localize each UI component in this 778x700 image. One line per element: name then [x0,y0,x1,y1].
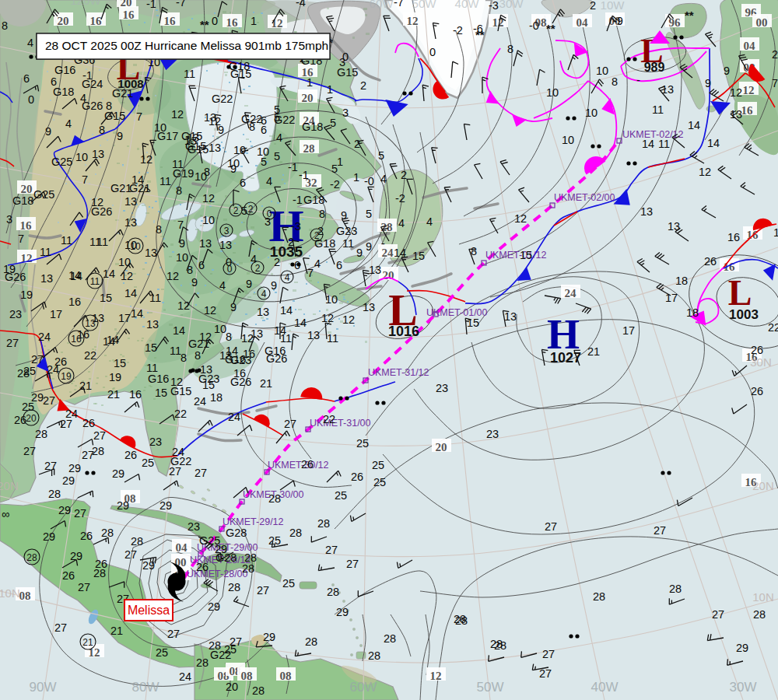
svg-text:2: 2 [248,204,254,215]
svg-text:28: 28 [244,551,257,564]
svg-text:30W: 30W [730,680,757,695]
svg-text:12: 12 [272,17,283,30]
svg-text:26: 26 [351,471,363,483]
svg-text:8: 8 [2,19,8,32]
svg-text:12: 12 [121,270,133,282]
svg-text:0: 0 [28,93,34,106]
svg-text:5: 5 [261,156,267,168]
svg-text:24: 24 [179,670,191,683]
svg-text:19: 19 [773,226,778,239]
svg-text:16: 16 [90,15,103,27]
svg-text:28: 28 [242,562,254,575]
svg-text:16: 16 [741,104,754,117]
svg-text:9: 9 [191,276,198,289]
svg-text:13: 13 [668,220,680,233]
svg-text:2: 2 [772,48,778,61]
svg-text:29: 29 [336,606,349,618]
svg-text:12: 12 [699,166,711,178]
svg-text:12: 12 [743,84,755,96]
svg-text:13: 13 [199,237,212,250]
svg-text:G18: G18 [302,121,323,133]
svg-text:6: 6 [261,124,267,136]
svg-text:30N: 30N [750,355,772,369]
svg-text:G26: G26 [230,376,251,388]
svg-text:90W: 90W [30,680,57,695]
svg-text:04: 04 [176,541,188,554]
svg-text:12: 12 [430,670,442,682]
svg-text:G25: G25 [199,534,220,547]
svg-text:-1: -1 [82,69,93,82]
svg-text:25: 25 [335,489,347,502]
svg-text:UKMET-02/00: UKMET-02/00 [554,192,615,203]
svg-text:25: 25 [142,457,154,469]
svg-text:12: 12 [202,192,215,205]
svg-text:16: 16 [164,15,177,27]
svg-text:10N: 10N [0,586,20,600]
svg-text:10N: 10N [752,590,774,604]
svg-text:G25: G25 [51,156,72,168]
svg-text:27: 27 [31,353,44,366]
svg-text:27: 27 [43,394,55,407]
svg-text:11: 11 [342,237,354,250]
svg-text:27: 27 [346,558,359,570]
svg-text:7: 7 [136,110,142,123]
svg-text:23: 23 [9,308,22,320]
svg-text:0: 0 [227,264,233,275]
svg-text:10: 10 [546,86,559,99]
svg-text:24: 24 [228,411,240,423]
svg-text:4: 4 [398,217,405,229]
svg-text:-2: -2 [453,24,463,37]
svg-text:14: 14 [103,268,115,280]
svg-text:21: 21 [82,637,93,648]
svg-text:2: 2 [233,205,239,216]
svg-text:14: 14 [124,287,137,299]
svg-text:G15: G15 [187,143,209,156]
svg-text:25: 25 [22,401,34,413]
svg-text:UKMET-30/12: UKMET-30/12 [268,460,329,471]
svg-text:3: 3 [6,213,12,226]
svg-text:8: 8 [194,349,201,362]
svg-text:20: 20 [226,681,238,693]
svg-text:13: 13 [363,301,375,313]
svg-text:11: 11 [658,138,670,150]
svg-text:28: 28 [26,552,37,563]
svg-text:60W: 60W [370,0,394,10]
svg-text:13: 13 [219,239,232,251]
svg-text:28: 28 [384,632,396,645]
svg-text:29: 29 [117,499,129,512]
svg-text:11: 11 [652,103,664,116]
svg-text:27: 27 [23,445,36,457]
svg-text:22: 22 [768,321,778,334]
svg-text:2: 2 [590,0,596,12]
svg-text:6: 6 [51,75,57,88]
svg-text:28: 28 [35,428,47,440]
svg-text:25: 25 [224,643,237,656]
svg-text:1003: 1003 [729,307,759,322]
svg-text:-2: -2 [395,192,405,205]
svg-text:13: 13 [146,318,159,331]
svg-text:14: 14 [688,119,700,131]
svg-text:7: 7 [307,267,314,279]
svg-text:13: 13 [92,148,104,160]
svg-text:19: 19 [20,289,33,301]
svg-text:29: 29 [736,642,748,654]
svg-text:8: 8 [99,124,105,136]
svg-text:20: 20 [121,0,132,9]
svg-text:28: 28 [454,613,466,625]
svg-text:G16: G16 [54,64,75,76]
svg-text:11: 11 [280,332,292,345]
svg-text:04: 04 [744,40,756,52]
svg-text:20: 20 [383,269,394,282]
svg-text:1: 1 [353,171,359,184]
svg-text:-7: -7 [394,0,404,9]
svg-text:28: 28 [305,635,317,648]
svg-text:8: 8 [187,264,193,276]
svg-text:24: 24 [194,395,206,408]
svg-text:12: 12 [514,212,527,225]
svg-text:28: 28 [131,535,143,548]
svg-text:18: 18 [675,275,688,287]
svg-text:27: 27 [167,628,180,640]
svg-text:4: 4 [80,92,86,104]
svg-text:12: 12 [342,313,355,326]
svg-text:20: 20 [21,183,33,195]
